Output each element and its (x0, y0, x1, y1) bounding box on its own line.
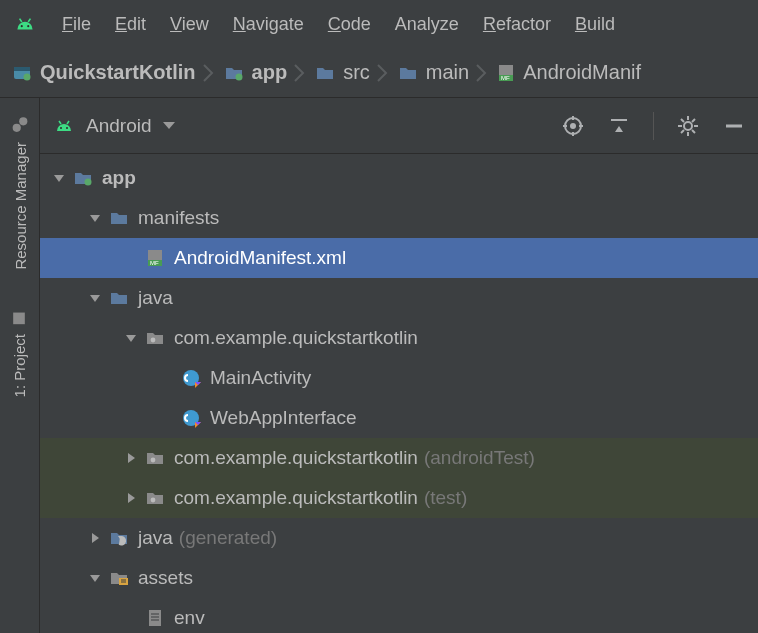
tree-item-label: assets (138, 567, 193, 589)
tree-item-label: WebAppInterface (210, 407, 356, 429)
gen-folder-icon (108, 528, 130, 548)
manifest-icon (495, 63, 517, 83)
breadcrumb-label: main (426, 61, 469, 84)
tree-row[interactable]: env (40, 598, 758, 633)
chevron-right-icon[interactable] (122, 492, 140, 504)
tab-label: 1: Project (11, 334, 28, 397)
android-studio-logo (12, 13, 38, 35)
tree-item-suffix: (generated) (179, 527, 277, 549)
project-icon (10, 63, 34, 83)
module-icon (222, 63, 246, 83)
tree-row[interactable]: java (40, 278, 758, 318)
assets-folder-icon (108, 568, 130, 588)
tree-row[interactable]: WebAppInterface (40, 398, 758, 438)
chevron-down-icon[interactable] (86, 572, 104, 584)
project-view-selector[interactable]: Android (52, 115, 176, 137)
android-icon (52, 116, 76, 136)
menu-file[interactable]: File (62, 14, 91, 35)
manifest-icon (144, 248, 166, 268)
chevron-down-icon[interactable] (86, 212, 104, 224)
project-panel: Android appmanifestsAndroidManifest.xmlj… (40, 98, 758, 633)
tree-item-suffix: (androidTest) (424, 447, 535, 469)
breadcrumb-label: QuickstartKotlin (40, 61, 196, 84)
breadcrumb-sep (293, 61, 307, 85)
breadcrumb-label: app (252, 61, 288, 84)
tree-item-label: AndroidManifest.xml (174, 247, 346, 269)
menu-analyze[interactable]: Analyze (395, 14, 459, 35)
folder-icon (313, 63, 337, 83)
tree-item-label: java (138, 287, 173, 309)
package-icon (144, 448, 166, 468)
breadcrumb-project[interactable]: QuickstartKotlin (10, 61, 196, 84)
menubar: File Edit View Navigate Code Analyze Ref… (0, 0, 758, 48)
resource-icon (11, 116, 29, 134)
tree-item-label: MainActivity (210, 367, 311, 389)
kotlin-class-icon (180, 368, 202, 388)
tab-label: Resource Manager (11, 142, 28, 270)
project-tree[interactable]: appmanifestsAndroidManifest.xmljavacom.e… (40, 154, 758, 633)
breadcrumb-file[interactable]: AndroidManif (495, 61, 641, 84)
chevron-down-icon[interactable] (122, 332, 140, 344)
breadcrumb-main[interactable]: main (396, 61, 469, 84)
tree-row[interactable]: java(generated) (40, 518, 758, 558)
tab-resource-manager[interactable]: Resource Manager (9, 106, 31, 280)
menu-code[interactable]: Code (328, 14, 371, 35)
breadcrumb-label: src (343, 61, 370, 84)
tree-item-label: com.example.quickstartkotlin (174, 487, 418, 509)
tree-row[interactable]: com.example.quickstartkotlin(androidTest… (40, 438, 758, 478)
breadcrumb-module[interactable]: app (222, 61, 288, 84)
chevron-right-icon[interactable] (86, 532, 104, 544)
tree-item-suffix: (test) (424, 487, 467, 509)
settings-button[interactable] (676, 114, 700, 138)
kotlin-class-icon (180, 408, 202, 428)
tree-row[interactable]: manifests (40, 198, 758, 238)
package-icon (144, 328, 166, 348)
chevron-down-icon[interactable] (86, 292, 104, 304)
separator (653, 112, 654, 140)
folder-icon (108, 288, 130, 308)
chevron-down-icon (162, 121, 176, 131)
tree-row[interactable]: app (40, 158, 758, 198)
tree-row[interactable]: com.example.quickstartkotlin (40, 318, 758, 358)
breadcrumb-label: AndroidManif (523, 61, 641, 84)
package-icon (144, 488, 166, 508)
breadcrumb-sep (202, 61, 216, 85)
module-icon (72, 168, 94, 188)
tree-item-label: com.example.quickstartkotlin (174, 327, 418, 349)
menu-refactor[interactable]: Refactor (483, 14, 551, 35)
breadcrumb: QuickstartKotlin app src main AndroidMan… (0, 48, 758, 98)
tree-item-label: env (174, 607, 205, 629)
folder-icon (396, 63, 420, 83)
chevron-right-icon[interactable] (122, 452, 140, 464)
file-icon (144, 608, 166, 628)
breadcrumb-sep (376, 61, 390, 85)
collapse-all-button[interactable] (607, 114, 631, 138)
menu-navigate[interactable]: Navigate (233, 14, 304, 35)
hide-button[interactable] (722, 114, 746, 138)
menu-edit[interactable]: Edit (115, 14, 146, 35)
tool-window-tabs: Resource Manager 1: Project (0, 98, 40, 633)
tree-item-label: java (138, 527, 173, 549)
project-tab-icon (12, 310, 28, 326)
tree-item-label: app (102, 167, 136, 189)
tree-item-label: manifests (138, 207, 219, 229)
project-panel-header: Android (40, 98, 758, 154)
tree-row[interactable]: com.example.quickstartkotlin(test) (40, 478, 758, 518)
menu-build[interactable]: Build (575, 14, 615, 35)
tree-item-label: com.example.quickstartkotlin (174, 447, 418, 469)
breadcrumb-src[interactable]: src (313, 61, 370, 84)
folder-icon (108, 208, 130, 228)
select-opened-file-button[interactable] (561, 114, 585, 138)
tree-row[interactable]: MainActivity (40, 358, 758, 398)
tree-row[interactable]: assets (40, 558, 758, 598)
tab-project[interactable]: 1: Project (9, 300, 30, 407)
chevron-down-icon[interactable] (50, 172, 68, 184)
tree-row[interactable]: AndroidManifest.xml (40, 238, 758, 278)
breadcrumb-sep (475, 61, 489, 85)
menu-view[interactable]: View (170, 14, 209, 35)
dropdown-label: Android (86, 115, 152, 137)
